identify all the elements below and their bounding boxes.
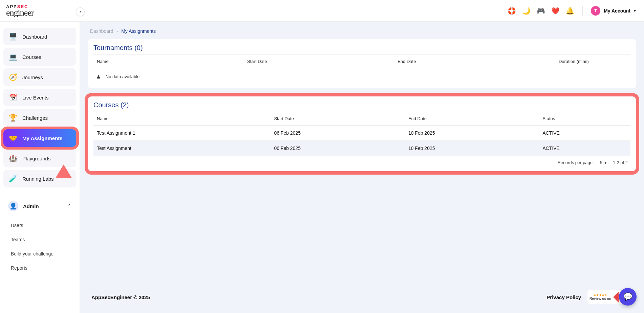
admin-link-build-challenge[interactable]: Build your challenge [9, 248, 75, 260]
sidebar-item-my-assignments[interactable]: 🤝 My Assignments [3, 129, 76, 147]
breadcrumb: Dashboard › My Assignments [88, 28, 636, 34]
divider [582, 6, 583, 16]
sidebar-item-label: Dashboard [22, 34, 47, 40]
sidebar-item-live-events[interactable]: 📅 Live Events [3, 89, 76, 106]
pagination: Records per page: 5 ▾ 1-2 of 2 [93, 156, 630, 165]
courses-icon: 💻 [8, 52, 18, 62]
playgrounds-icon: 🏰 [8, 154, 18, 163]
th-start: Start Date [244, 55, 394, 68]
discord-icon[interactable]: 🎮 [537, 7, 545, 15]
avatar: T [591, 6, 600, 16]
bell-icon[interactable]: 🔔 [566, 7, 574, 15]
topbar: APPSEC engineer ‹ 🛟 🌙 🎮 ❤️ 🔔 T My Accoun… [0, 0, 644, 22]
pagination-range: 1-2 of 2 [613, 160, 628, 165]
cell-name: Test Assignment [93, 141, 271, 156]
sidebar-item-dashboard[interactable]: 🖥️ Dashboard [3, 28, 76, 45]
g2-triangle [613, 292, 619, 303]
warning-icon: ▲ [95, 73, 102, 80]
dashboard-icon: 🖥️ [8, 32, 18, 41]
th-end: End Date [394, 55, 555, 68]
sidebar-item-journeys[interactable]: 🧭 Journeys [3, 68, 76, 86]
lifebuoy-icon[interactable]: 🛟 [508, 7, 516, 15]
th-duration: Duration (mins) [555, 55, 630, 68]
admin-link-teams[interactable]: Teams [9, 233, 75, 246]
admin-toggle[interactable]: 👤 Admin ⌃ [5, 199, 75, 213]
heart-icon[interactable]: ❤️ [551, 7, 560, 15]
cell-status: ACTIVE [539, 126, 630, 141]
sidebar-item-label: Playgrounds [22, 156, 50, 161]
chevron-left-icon: ‹ [80, 9, 81, 15]
sidebar-item-label: Challenges [22, 115, 48, 121]
logo-bottom-text: engineer [6, 9, 34, 17]
chat-icon: 💬 [623, 292, 632, 301]
admin-link-users[interactable]: Users [9, 219, 75, 231]
tournaments-card: Tournaments (0) Name Start Date End Date… [88, 39, 636, 88]
breadcrumb-current: My Assignments [121, 28, 156, 34]
th-status: Status [539, 112, 630, 126]
sidebar-item-label: Running Labs [22, 176, 54, 182]
sidebar-collapse-button[interactable]: ‹ [76, 7, 85, 16]
g2-review-text: Review us on [589, 297, 611, 300]
sidebar: 🖥️ Dashboard 💻 Courses 🧭 Journeys 📅 Live… [0, 22, 80, 313]
sidebar-item-challenges[interactable]: 🏆 Challenges [3, 109, 76, 127]
sidebar-item-running-labs[interactable]: 🧪 Running Labs [3, 170, 76, 187]
footer: AppSecEngineer © 2025 Privacy Policy ★★★… [88, 283, 636, 306]
per-page-value: 5 [600, 160, 602, 165]
th-name: Name [93, 112, 271, 126]
cell-name: Test Assignment 1 [93, 126, 271, 141]
th-end: End Date [405, 112, 539, 126]
records-per-page-select[interactable]: 5 ▾ [600, 160, 607, 165]
chevron-down-icon: ▾ [634, 8, 636, 13]
top-icons: 🛟 🌙 🎮 ❤️ 🔔 T My Account ▾ [508, 6, 636, 16]
sidebar-item-label: Live Events [22, 95, 49, 100]
no-data-text: No data available [106, 74, 139, 79]
sidebar-item-playgrounds[interactable]: 🏰 Playgrounds [3, 150, 76, 167]
stars-icon: ★★★★☆ [594, 294, 607, 297]
my-assignments-icon: 🤝 [8, 133, 18, 143]
records-per-page-label: Records per page: [558, 160, 594, 165]
tournaments-empty: ▲ No data available [93, 68, 630, 82]
running-labs-icon: 🧪 [8, 174, 18, 183]
admin-label: Admin [23, 203, 63, 209]
chevron-down-icon: ▾ [604, 160, 607, 165]
avatar-initial: T [594, 8, 597, 13]
chat-fab[interactable]: 💬 [619, 288, 637, 306]
th-name: Name [93, 55, 244, 68]
journeys-icon: 🧭 [8, 72, 18, 82]
nav: 🖥️ Dashboard 💻 Courses 🧭 Journeys 📅 Live… [3, 28, 76, 187]
sidebar-item-label: My Assignments [22, 135, 63, 141]
cell-start: 06 Feb 2025 [271, 141, 405, 156]
sidebar-item-label: Journeys [22, 74, 43, 80]
cell-status: ACTIVE [539, 141, 630, 156]
chevron-up-icon: ⌃ [67, 203, 71, 209]
admin-link-reports[interactable]: Reports [9, 262, 75, 274]
admin-avatar-icon: 👤 [8, 201, 18, 211]
sidebar-item-courses[interactable]: 💻 Courses [3, 48, 76, 66]
cell-end: 10 Feb 2025 [405, 126, 539, 141]
footer-privacy-link[interactable]: Privacy Policy [546, 294, 581, 300]
cell-start: 06 Feb 2025 [271, 126, 405, 141]
courses-title: Courses (2) [93, 101, 630, 109]
challenges-icon: 🏆 [8, 113, 18, 122]
cell-end: 10 Feb 2025 [405, 141, 539, 156]
account-label: My Account [604, 8, 630, 14]
table-row[interactable]: Test Assignment 1 06 Feb 2025 10 Feb 202… [93, 126, 630, 141]
courses-card: Courses (2) Name Start Date End Date Sta… [88, 96, 636, 171]
table-row[interactable]: Test Assignment 06 Feb 2025 10 Feb 2025 … [93, 141, 630, 156]
chevron-right-icon: › [117, 29, 118, 33]
breadcrumb-dashboard[interactable]: Dashboard [90, 28, 113, 34]
admin-section: 👤 Admin ⌃ Users Teams Build your challen… [3, 199, 76, 274]
dark-mode-icon[interactable]: 🌙 [522, 7, 531, 15]
th-start: Start Date [271, 112, 405, 126]
admin-subnav: Users Teams Build your challenge Reports [5, 219, 75, 274]
footer-copyright: AppSecEngineer © 2025 [91, 294, 150, 300]
main-content: Dashboard › My Assignments Tournaments (… [80, 22, 644, 313]
sidebar-item-label: Courses [22, 54, 41, 60]
tournaments-title: Tournaments (0) [93, 44, 630, 52]
tournaments-table: Name Start Date End Date Duration (mins) [93, 54, 630, 68]
live-events-icon: 📅 [8, 93, 18, 102]
account-menu[interactable]: T My Account ▾ [591, 6, 636, 16]
logo[interactable]: APPSEC engineer [6, 5, 34, 17]
courses-table: Name Start Date End Date Status Test Ass… [93, 112, 630, 156]
